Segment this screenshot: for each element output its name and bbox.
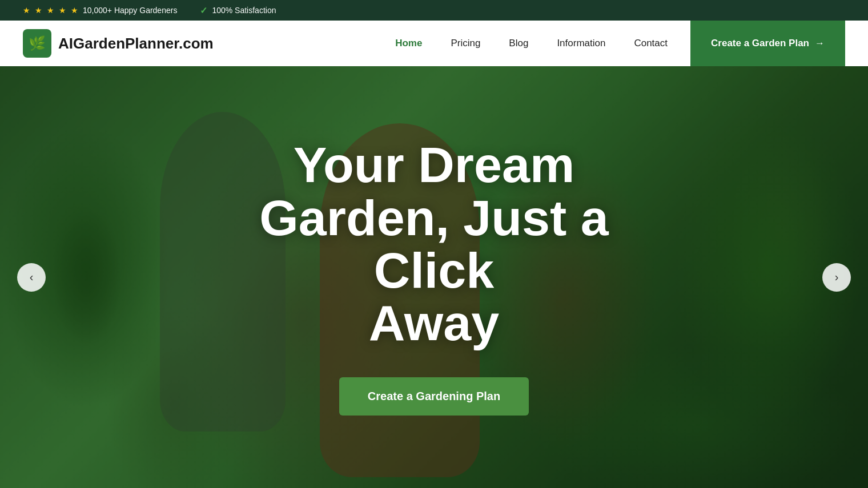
hero-title-line3: Away — [369, 295, 499, 351]
header: 🌿 AIGardenPlanner.com Home Pricing Blog … — [0, 21, 868, 66]
header-cta-button[interactable]: Create a Garden Plan → — [690, 21, 845, 66]
hero-title-line1: Your Dream — [294, 136, 574, 193]
header-cta-label: Create a Garden Plan — [711, 38, 809, 49]
check-icon: ✓ — [200, 5, 207, 16]
rating-item: ★ ★ ★ ★ ★ 10,000+ Happy Gardeners — [23, 6, 177, 15]
logo-link[interactable]: 🌿 AIGardenPlanner.com — [23, 29, 214, 58]
nav-blog[interactable]: Blog — [497, 33, 540, 54]
hero-title-line2: Garden, Just a Click — [259, 189, 608, 299]
satisfaction-text: 100% Satisfaction — [212, 6, 276, 15]
header-cta-arrow: → — [815, 38, 825, 49]
satisfaction-item: ✓ 100% Satisfaction — [200, 5, 276, 16]
star-5: ★ — [71, 6, 78, 15]
carousel-prev-button[interactable]: ‹ — [17, 263, 46, 292]
nav-home[interactable]: Home — [384, 33, 433, 54]
nav-contact[interactable]: Contact — [622, 33, 679, 54]
main-nav: Home Pricing Blog Information Contact — [384, 33, 679, 54]
hero-section: Your Dream Garden, Just a Click Away Cre… — [0, 66, 868, 488]
logo-text: AIGardenPlanner.com — [58, 35, 214, 53]
star-1: ★ — [23, 6, 30, 15]
star-3: ★ — [47, 6, 54, 15]
top-bar: ★ ★ ★ ★ ★ 10,000+ Happy Gardeners ✓ 100%… — [0, 0, 868, 21]
hero-title: Your Dream Garden, Just a Click Away — [206, 139, 662, 350]
hero-cta-button[interactable]: Create a Gardening Plan — [339, 377, 529, 416]
hero-content: Your Dream Garden, Just a Click Away Cre… — [206, 139, 662, 416]
logo-icon: 🌿 — [23, 29, 51, 58]
star-4: ★ — [59, 6, 66, 15]
rating-text: 10,000+ Happy Gardeners — [83, 6, 177, 15]
nav-information[interactable]: Information — [545, 33, 617, 54]
star-2: ★ — [35, 6, 42, 15]
carousel-next-button[interactable]: › — [822, 263, 851, 292]
nav-pricing[interactable]: Pricing — [439, 33, 492, 54]
